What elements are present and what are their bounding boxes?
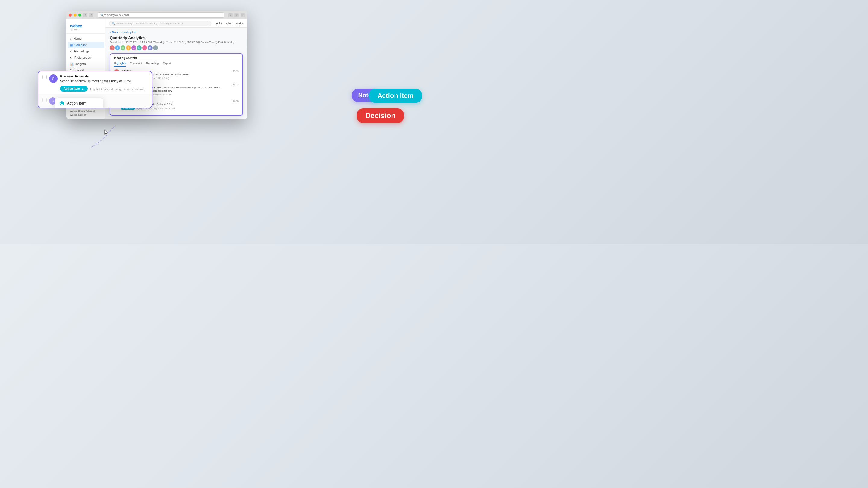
action-item-text: Action Item	[377, 92, 413, 99]
dropdown-item-action[interactable]: Action Item	[56, 98, 103, 108]
avatar: +	[153, 45, 158, 50]
sidebar-item-recordings[interactable]: ⊙ Recordings	[66, 48, 105, 55]
tab-report[interactable]: Report	[163, 62, 171, 67]
maximize-button[interactable]	[79, 13, 82, 17]
avatar: D	[115, 45, 120, 50]
sidebar-item-label: Home	[73, 37, 82, 40]
tab-recording[interactable]: Recording	[146, 62, 158, 67]
popup-text: Schedule a follow up meeting for Friday …	[60, 79, 147, 84]
card-header: Meeting content	[110, 54, 242, 60]
zoom-popup: G Glacomo Edwards Schedule a follow up m…	[38, 71, 152, 108]
popup-speaker-name: Glacomo Edwards	[60, 74, 147, 78]
action-item-label: Action Item	[64, 87, 80, 90]
sidebar-item-insights[interactable]: 📊 Insights	[66, 61, 105, 67]
sidebar-item-label: Recordings	[74, 50, 90, 53]
user-menu[interactable]: Alison Cassidy	[226, 22, 244, 25]
minimize-button[interactable]	[73, 13, 76, 17]
avatar: M	[137, 45, 142, 50]
tab-highlights[interactable]: Highlights	[114, 62, 126, 67]
radio-selected	[60, 101, 64, 105]
insights-icon: 📊	[70, 62, 73, 66]
language-selector[interactable]: English	[214, 22, 223, 25]
chevron-up-icon: ▲	[81, 87, 84, 90]
search-icon: 🔍	[112, 22, 115, 25]
dropdown-label: Action Item	[67, 101, 87, 105]
timestamp: 14:10	[233, 99, 239, 102]
url-text: company.webex.com	[104, 13, 129, 17]
logo: webex	[70, 24, 101, 28]
calendar-icon: ▦	[70, 43, 73, 47]
radio-inner	[61, 102, 63, 104]
mouse-cursor	[104, 130, 110, 136]
browser-titlebar: ‹ › 🔍 company.webex.com ↺ ☆ ⋯	[66, 11, 247, 19]
sidebar-item-label: Calendar	[74, 43, 87, 47]
forward-button[interactable]: ›	[89, 13, 93, 17]
sidebar-link-support[interactable]: Webex Support	[69, 113, 103, 117]
avatar: G	[49, 74, 58, 83]
back-link[interactable]: < Back to meeting list	[110, 31, 243, 34]
sidebar-link-events[interactable]: Webex Events (classic)	[69, 109, 103, 113]
sidebar-item-label: Preferences	[74, 56, 91, 59]
top-bar-right: English Alison Cassidy	[214, 22, 244, 25]
preferences-icon: ⚙	[70, 56, 73, 59]
avatar: J	[110, 45, 115, 50]
dropdown-menu: Action Item Agenda Decision Note	[55, 98, 103, 108]
avatar: K	[142, 45, 147, 50]
sidebar-item-home[interactable]: ⌂ Home	[66, 36, 105, 42]
address-bar[interactable]: 🔍 company.webex.com	[98, 12, 224, 18]
logo-area: webex by CISCO	[66, 22, 105, 34]
avatar: R	[148, 45, 153, 50]
settings-icon[interactable]: ⋯	[241, 13, 245, 17]
card-tabs: Highlights Transcript Recording Report	[110, 60, 242, 67]
search-bar[interactable]: 🔍 Join a meeting or search for a meeting…	[109, 21, 211, 26]
popup-meta: Highlight created using a voice command	[90, 88, 145, 91]
action-item-button[interactable]: Action Item ▲	[60, 86, 88, 92]
popup-action-row: Action Item ▲ Highlight created using a …	[60, 86, 147, 92]
timestamp: 13:13	[233, 69, 239, 73]
decision-text: Decision	[365, 111, 396, 120]
popup-main-row: G Glacomo Edwards Schedule a follow up m…	[38, 71, 152, 94]
tab-transcript[interactable]: Transcript	[130, 62, 142, 67]
timestamp: 13:13	[233, 83, 239, 86]
connector-line	[84, 127, 145, 151]
sidebar-item-calendar[interactable]: ▦ Calendar	[67, 42, 104, 48]
float-decision-label: Decision	[357, 108, 404, 123]
recordings-icon: ⊙	[70, 50, 72, 53]
sidebar-item-label: Insights	[75, 62, 86, 66]
bookmark-icon[interactable]: ☆	[235, 13, 239, 17]
avatar: S	[126, 45, 131, 50]
avatar: G	[121, 45, 125, 50]
avatar-row: J D G S A M K R +	[110, 45, 243, 50]
row-checkbox[interactable]	[42, 98, 47, 102]
search-icon: 🔍	[100, 13, 104, 17]
float-action-label: Action Item	[369, 89, 422, 103]
back-button[interactable]: ‹	[83, 13, 87, 17]
top-bar: 🔍 Join a meeting or search for a meeting…	[105, 19, 247, 28]
close-button[interactable]	[69, 13, 72, 17]
meeting-meta: David Liam · 10:20 PM – 11:20 PM, Thursd…	[110, 41, 243, 44]
avatar: A	[131, 45, 136, 50]
popup-content: Glacomo Edwards Schedule a follow up mee…	[60, 74, 147, 92]
search-placeholder: Join a meeting or search for a meeting, …	[116, 22, 183, 25]
home-icon: ⌂	[70, 37, 72, 40]
meeting-title: Quarterly Analytics	[110, 36, 243, 40]
sidebar-item-preferences[interactable]: ⚙ Preferences	[66, 55, 105, 61]
row-checkbox[interactable]	[42, 75, 47, 79]
reload-button[interactable]: ↺	[228, 13, 233, 17]
logo-sub: by CISCO	[70, 28, 101, 30]
